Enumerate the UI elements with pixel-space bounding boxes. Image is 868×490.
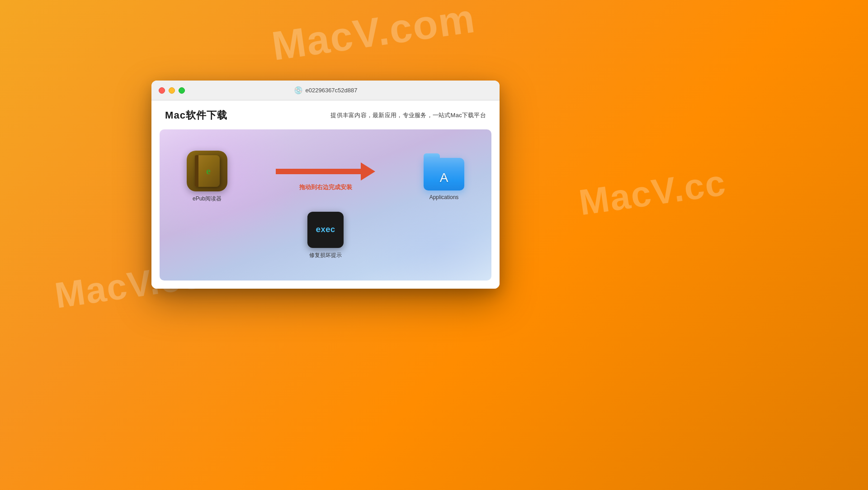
dmg-area: e ePub阅读器 拖动到右边完成安装: [160, 129, 491, 281]
arrow-line: [276, 169, 361, 174]
epub-letter: e: [206, 165, 211, 177]
window-title: e02296367c52d887: [306, 87, 358, 94]
applications-folder-container[interactable]: A Applications: [424, 153, 464, 200]
epub-book-shape: e: [195, 155, 220, 187]
site-subtitle: 提供丰富内容，最新应用，专业服务，一站式Mac下载平台: [330, 111, 486, 119]
site-title: Mac软件下载: [165, 109, 228, 122]
watermark-right: MacV.cc: [576, 162, 728, 224]
bottom-section: exec 修复损坏提示: [307, 212, 344, 259]
drag-arrow: [276, 162, 375, 181]
folder-app-symbol: A: [440, 171, 448, 185]
mac-window: 💿 e02296367c52d887 Mac软件下载 提供丰富内容，最新应用，专…: [151, 81, 500, 289]
header-bar: Mac软件下载 提供丰富内容，最新应用，专业服务，一站式Mac下载平台: [151, 100, 500, 129]
arrow-head: [361, 162, 375, 181]
arrow-container: 拖动到右边完成安装: [245, 162, 406, 191]
folder-body: A: [424, 158, 464, 190]
main-row: e ePub阅读器 拖动到右边完成安装: [160, 151, 491, 203]
applications-label: Applications: [429, 194, 459, 200]
dmg-content: e ePub阅读器 拖动到右边完成安装: [160, 151, 491, 259]
exec-text: exec: [316, 225, 335, 234]
close-button[interactable]: [159, 87, 165, 94]
traffic-lights: [159, 87, 185, 94]
disk-icon: 💿: [294, 86, 303, 95]
exec-icon: exec: [307, 212, 344, 248]
epub-icon: e: [187, 151, 227, 191]
maximize-button[interactable]: [179, 87, 185, 94]
minimize-button[interactable]: [169, 87, 175, 94]
titlebar-title: 💿 e02296367c52d887: [294, 86, 358, 95]
watermark-top: MacV.com: [269, 0, 478, 70]
arrow-instruction: 拖动到右边完成安装: [299, 183, 352, 191]
titlebar: 💿 e02296367c52d887: [151, 81, 500, 100]
app-icon-label: ePub阅读器: [193, 195, 222, 203]
app-icon-container[interactable]: e ePub阅读器: [187, 151, 227, 203]
exec-icon-container[interactable]: exec 修复损坏提示: [307, 212, 344, 259]
applications-folder-icon: A: [424, 153, 464, 190]
exec-label: 修复损坏提示: [309, 252, 342, 259]
window-content: Mac软件下载 提供丰富内容，最新应用，专业服务，一站式Mac下载平台 e eP…: [151, 100, 500, 289]
